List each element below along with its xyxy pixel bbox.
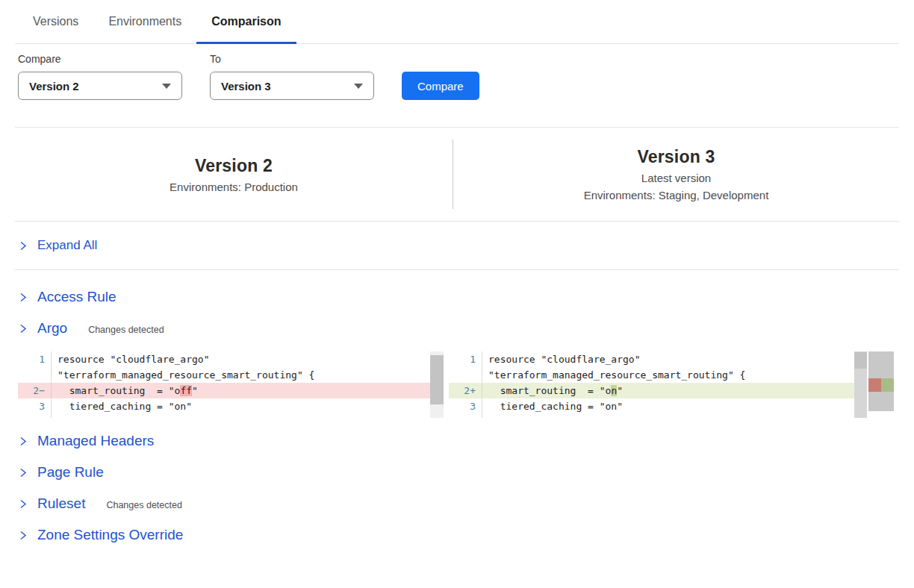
code-text: tiered_caching = "on" <box>482 398 623 414</box>
section-access-rule[interactable]: Access Rule <box>15 289 899 305</box>
compare-label: Compare <box>18 53 182 65</box>
code-text: "terraform_managed_resource_smart_routin… <box>482 367 745 383</box>
line-number: 2− <box>18 383 52 398</box>
chevron-down-icon <box>162 84 171 89</box>
code-line-removed: 2− smart_routing = "off" <box>18 383 444 398</box>
expand-all-button[interactable]: Expand All <box>15 222 899 270</box>
tab-comparison[interactable]: Comparison <box>196 0 296 43</box>
version-right-latest: Latest version <box>453 172 899 184</box>
tab-environments[interactable]: Environments <box>93 0 196 43</box>
changes-detected-badge: Changes detected <box>106 498 181 510</box>
code-text: "terraform_managed_resource_smart_routin… <box>52 367 314 383</box>
section-managed-headers[interactable]: Managed Headers <box>15 433 899 449</box>
section-label: Argo <box>37 320 67 337</box>
section-zone-settings-override[interactable]: Zone Settings Override <box>15 527 899 543</box>
to-field: To Version 3 <box>210 53 374 100</box>
code-text: } <box>482 414 494 418</box>
ruler-removed-mark <box>868 378 881 392</box>
right-pane-scrollbar[interactable] <box>854 351 867 418</box>
chevron-right-icon <box>18 324 28 334</box>
to-label: To <box>210 53 374 65</box>
code-line-wrap: "terraform_managed_resource_smart_routin… <box>18 367 444 383</box>
section-page-rule[interactable]: Page Rule <box>15 464 899 481</box>
scrollbar-thumb[interactable] <box>854 352 867 369</box>
version-headers: Version 2 Environments: Production Versi… <box>15 128 899 222</box>
chevron-right-icon <box>18 531 28 540</box>
line-number: 3 <box>449 398 482 414</box>
code-text: } <box>52 414 63 418</box>
version-right-title: Version 3 <box>453 147 899 167</box>
code-line: } <box>18 414 444 418</box>
compare-form: Compare Version 2 To Version 3 Compare <box>15 53 899 100</box>
code-line: 3 tiered_caching = "on" <box>18 398 444 414</box>
left-pane-scrollbar[interactable] <box>430 351 444 418</box>
diff-overview-ruler <box>868 351 894 411</box>
diff-pane-left: 1 resource "cloudflare_argo" "terraform_… <box>18 351 444 418</box>
changes-detected-badge: Changes detected <box>88 322 164 335</box>
code-text: resource "cloudflare_argo" <box>52 351 210 367</box>
scrollbar-thumb[interactable] <box>430 355 444 404</box>
section-label: Page Rule <box>37 464 104 481</box>
line-number: 1 <box>18 351 52 367</box>
section-label: Managed Headers <box>37 433 154 449</box>
line-number <box>18 367 52 383</box>
compare-field: Compare Version 2 <box>18 53 182 100</box>
section-label: Zone Settings Override <box>37 527 183 543</box>
line-number: 2+ <box>449 383 482 398</box>
version-right-environments: Environments: Staging, Development <box>453 189 899 201</box>
chevron-right-icon <box>18 437 28 446</box>
code-text: smart_routing = "off" <box>52 383 198 398</box>
code-text: smart_routing = "on" <box>482 383 623 398</box>
version-left-header: Version 2 Environments: Production <box>15 156 453 193</box>
version-left-environments: Environments: Production <box>15 181 453 193</box>
section-label: Access Rule <box>37 289 116 305</box>
section-label: Ruleset <box>37 495 85 512</box>
code-line: 3 tiered_caching = "on" <box>449 398 867 414</box>
chevron-right-icon <box>18 241 28 251</box>
section-ruleset[interactable]: Ruleset Changes detected <box>15 495 899 512</box>
expand-all-label: Expand All <box>37 238 97 253</box>
code-line-wrap: "terraform_managed_resource_smart_routin… <box>449 367 867 383</box>
version-left-title: Version 2 <box>15 156 453 176</box>
tab-bar: Versions Environments Comparison <box>15 0 899 44</box>
removed-char-highlight: ff <box>180 385 192 396</box>
line-number <box>449 367 482 383</box>
code-text: resource "cloudflare_argo" <box>482 351 641 367</box>
code-line: 1 resource "cloudflare_argo" <box>449 351 867 367</box>
compare-from-value: Version 2 <box>29 80 79 93</box>
ruler-added-mark <box>881 378 894 392</box>
line-number: 3 <box>18 398 52 414</box>
tab-versions[interactable]: Versions <box>18 0 93 43</box>
code-line: 1 resource "cloudflare_argo" <box>18 351 444 367</box>
version-right-header: Version 3 Latest version Environments: S… <box>453 147 899 201</box>
chevron-right-icon <box>18 468 28 478</box>
argo-diff-viewer: 1 resource "cloudflare_argo" "terraform_… <box>15 351 899 418</box>
compare-to-select[interactable]: Version 3 <box>210 72 374 100</box>
chevron-right-icon <box>18 499 28 509</box>
compare-to-value: Version 3 <box>221 80 271 93</box>
comparison-page: Versions Environments Comparison Compare… <box>0 0 914 588</box>
code-line: } <box>449 414 867 418</box>
line-number <box>18 414 52 418</box>
code-text: tiered_caching = "on" <box>52 398 192 414</box>
compare-from-select[interactable]: Version 2 <box>18 72 182 100</box>
chevron-down-icon <box>354 84 363 89</box>
compare-button[interactable]: Compare <box>402 72 479 100</box>
section-argo[interactable]: Argo Changes detected <box>15 320 899 337</box>
line-number: 1 <box>449 351 482 367</box>
chevron-right-icon <box>18 293 28 302</box>
line-number <box>449 414 482 418</box>
diff-pane-right: 1 resource "cloudflare_argo" "terraform_… <box>449 351 867 418</box>
code-line-added: 2+ smart_routing = "on" <box>449 383 867 398</box>
